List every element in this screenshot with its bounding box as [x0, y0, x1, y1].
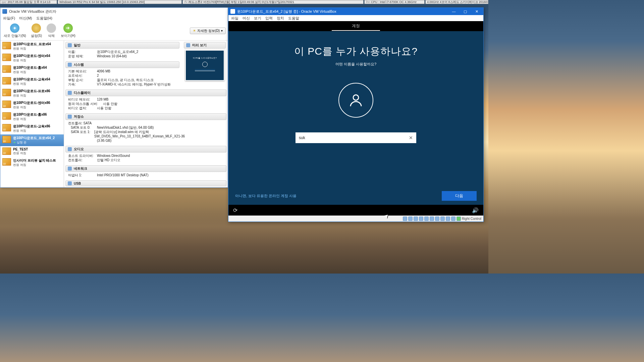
vm-name: 윈10IP다운로드-엔터x64: [13, 54, 50, 58]
status-hdd-icon[interactable]: [403, 217, 407, 221]
vm-list: 10 윈10IP다운로드_프로x64 전원 꺼짐10 윈10IP다운로드-엔터x…: [0, 41, 64, 187]
vm-menu-view[interactable]: 보기: [254, 16, 261, 21]
new-button[interactable]: 새로 만들기(N): [2, 23, 28, 39]
minimize-button[interactable]: —: [449, 8, 459, 14]
vm-state: 전원 꺼짐: [13, 94, 50, 98]
status-display-icon[interactable]: [435, 217, 439, 221]
vm-menu-machine[interactable]: 머신: [243, 16, 250, 21]
tab-account[interactable]: 계정: [332, 22, 380, 31]
vm-name: 윈10IP다운로드-엔터x86: [13, 101, 50, 105]
svg-point-0: [353, 95, 359, 100]
section-general[interactable]: 일반: [65, 42, 179, 49]
section-preview[interactable]: 미리 보기: [184, 42, 226, 49]
vm-os-icon: 10: [2, 124, 11, 131]
vm-list-item[interactable]: 10 윈10IP다운로드-홈x86 전원 꺼짐: [0, 111, 64, 123]
vm-list-item[interactable]: 10 윈10IP다운로드-홈x64 전원 꺼짐: [0, 64, 64, 76]
settings-button[interactable]: 설정(S): [30, 23, 43, 39]
next-button[interactable]: 다음: [442, 191, 477, 201]
usb-icon: [68, 181, 72, 185]
oobe-heading: 이 PC를 누가 사용하나요?: [294, 45, 418, 58]
vm-name: 윈10IP다운로드-홈x86: [13, 112, 47, 117]
guest-tabbar: 계정: [228, 21, 483, 31]
guest-bottom-bar: ⟳ 🔊: [228, 205, 483, 216]
section-audio[interactable]: 오디오: [65, 146, 226, 153]
status-shared-icon[interactable]: [430, 217, 434, 221]
vm-list-item[interactable]: 10 윈10IP다운로드_프로x64_2 실행 중: [0, 134, 64, 146]
vm-name: 윈10IP다운로드_프로x64_2: [13, 136, 55, 140]
oobe-subheading: 어떤 이름을 사용할까요?: [335, 62, 376, 67]
status-mouse-icon[interactable]: [451, 217, 455, 221]
vm-state: 전원 꺼짐: [13, 105, 50, 110]
guest-screen: 계정 이 PC를 누가 사용하나요? 어떤 이름을 사용할까요? ✕ 아니면, …: [228, 21, 483, 216]
vm-running-window: 윈10IP다운로드_프로x64_2 [실행 중] - Oracle VM Vir…: [228, 7, 484, 222]
host-key-label: Right Control: [462, 217, 481, 221]
menu-file[interactable]: 파일(F): [3, 16, 15, 21]
vm-os-icon: 10: [2, 54, 11, 61]
status-network-icon[interactable]: [419, 217, 423, 221]
vm-os-icon: 10: [2, 112, 11, 120]
section-storage[interactable]: 저장소: [65, 113, 226, 120]
audio-icon: [68, 147, 72, 151]
status-recording-icon[interactable]: [440, 217, 445, 221]
user-avatar-icon: [338, 83, 373, 118]
section-network[interactable]: 네트워크: [65, 165, 226, 172]
maximize-button[interactable]: ▢: [461, 8, 470, 14]
vm-menu-help[interactable]: 도움말: [288, 16, 299, 21]
vm-state: 전원 꺼짐: [13, 58, 50, 63]
clear-input-icon[interactable]: ✕: [409, 135, 413, 140]
menu-machine[interactable]: 머신(M): [19, 16, 32, 21]
vm-preview-thumbnail[interactable]: 이 PC를 누가 사용하나요?: [185, 50, 224, 81]
vmwin-statusbar: Right Control: [228, 216, 483, 222]
username-input[interactable]: [299, 135, 409, 140]
show-icon: [63, 23, 73, 33]
preview-icon: [186, 43, 190, 47]
vm-list-item[interactable]: 10 윈10IP다운로드-교육x64 전원 꺼짐: [0, 76, 64, 87]
status-audio-icon[interactable]: [414, 217, 418, 221]
menu-help[interactable]: 도움말(H): [36, 16, 52, 21]
vm-state: 전원 꺼짐: [13, 82, 50, 86]
status-keyboard-icon[interactable]: [457, 217, 461, 221]
vm-list-item[interactable]: 10 윈10IP다운로드-교육x86 전원 꺼짐: [0, 123, 64, 134]
vm-details-pane: 미리 보기 이 PC를 누가 사용하나요? 일반 이름:윈10IP다운로드_프로…: [64, 41, 228, 187]
vm-list-item[interactable]: 10 윈10IP다운로드-엔터x64 전원 꺼짐: [0, 52, 64, 64]
vm-list-item[interactable]: 10 PE_TEST 전원 꺼짐: [0, 146, 64, 157]
ease-of-access-icon[interactable]: ⟳: [233, 207, 237, 214]
close-button[interactable]: ✕: [472, 8, 481, 14]
vm-name: 인사이더 프리뷰 설치 테스트: [13, 158, 56, 163]
vm-list-item[interactable]: 10 윈10IP다운로드-프로x86 전원 꺼짐: [0, 87, 64, 99]
section-system[interactable]: 시스템: [65, 61, 179, 68]
status-optical-icon[interactable]: [408, 217, 413, 221]
vm-name: 윈10IP다운로드_프로x64: [13, 42, 51, 47]
vm-list-item[interactable]: 10 윈10IP다운로드_프로x64 전원 꺼짐: [0, 41, 64, 52]
status-cpu-icon[interactable]: [446, 217, 450, 221]
status-usb-icon[interactable]: [424, 217, 429, 221]
discard-button[interactable]: 삭제: [45, 23, 57, 39]
vmwin-titlebar[interactable]: 윈10IP다운로드_프로x64_2 [실행 중] - Oracle VM Vir…: [228, 8, 483, 15]
vmwin-title-text: 윈10IP다운로드_프로x64_2 [실행 중] - Oracle VM Vir…: [237, 9, 336, 14]
vm-name: 윈10IP다운로드-프로x86: [13, 89, 50, 94]
online-account-link[interactable]: 아니면, 보다 유용한 온라인 계정 사용: [235, 193, 297, 198]
general-icon: [68, 43, 72, 47]
vm-os-icon: 10: [2, 101, 11, 108]
vm-name: 윈10IP다운로드-교육x86: [13, 124, 50, 129]
section-usb[interactable]: USB: [65, 180, 226, 186]
vm-menu-input[interactable]: 입력: [265, 16, 273, 21]
vm-menu-devices[interactable]: 장치: [277, 16, 284, 21]
vm-menu-file[interactable]: 파일: [231, 16, 238, 21]
details-button[interactable]: ☀자세한 정보(D)▾: [190, 27, 226, 34]
system-icon: [68, 63, 72, 67]
vm-list-item[interactable]: 10 인사이더 프리뷰 설치 테스트 전원 꺼짐: [0, 157, 64, 169]
virtualbox-icon: [2, 9, 7, 14]
vm-state: 전원 꺼짐: [13, 70, 47, 74]
vbm-titlebar[interactable]: Oracle VM VirtualBox 관리자: [0, 8, 228, 15]
vm-list-item[interactable]: 10 윈10IP다운로드-엔터x86 전원 꺼짐: [0, 99, 64, 111]
show-button[interactable]: 보이기(H): [59, 23, 77, 39]
vm-os-icon: 10: [2, 65, 11, 73]
section-display[interactable]: 디스플레이: [65, 89, 226, 96]
vm-os-icon: 10: [2, 89, 11, 96]
volume-icon[interactable]: 🔊: [472, 207, 479, 214]
vm-state: 실행 중: [13, 140, 55, 145]
vm-icon: [230, 9, 235, 14]
vm-os-icon: 10: [2, 42, 11, 49]
vm-name: 윈10IP다운로드-홈x64: [13, 65, 47, 70]
